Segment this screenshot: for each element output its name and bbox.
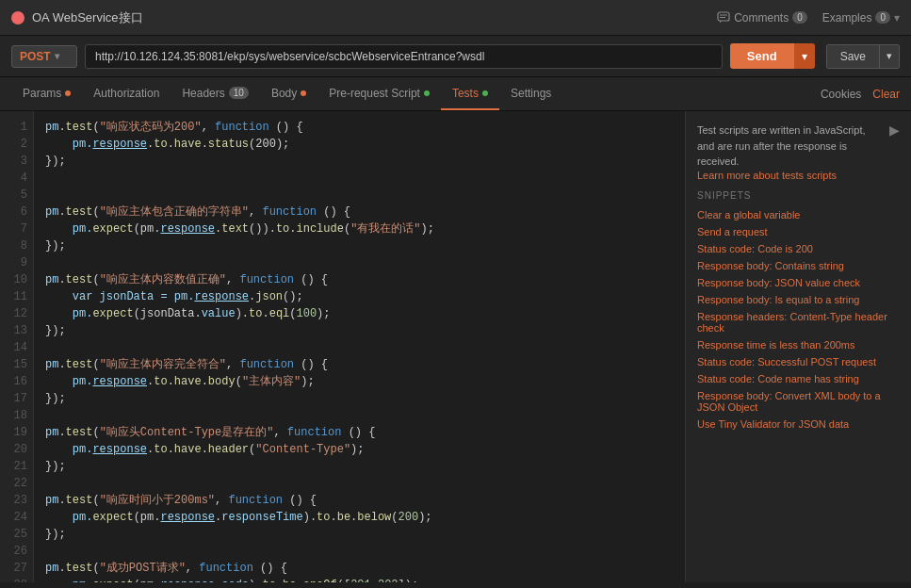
- code-token: response: [160, 220, 215, 237]
- tab-headers[interactable]: Headers 10: [171, 77, 259, 110]
- save-button[interactable]: Save: [826, 44, 879, 69]
- code-token: have: [174, 136, 202, 153]
- code-line: pm.test("响应主体包含正确的字符串", function () {: [45, 204, 674, 220]
- tab-params[interactable]: Params: [11, 77, 82, 110]
- code-token: .: [168, 136, 174, 153]
- url-input[interactable]: [85, 44, 723, 69]
- code-line: pm.test("成功POST请求", function () {: [45, 560, 674, 577]
- clear-link[interactable]: Clear: [872, 88, 900, 101]
- examples-arrow-icon: ▾: [894, 11, 900, 24]
- snippet-item[interactable]: Response body: Contains string: [697, 257, 900, 274]
- code-token: );: [301, 373, 314, 390]
- code-token: value: [202, 305, 236, 322]
- code-token: to: [276, 220, 289, 237]
- cookies-link[interactable]: Cookies: [821, 88, 861, 101]
- snippet-item[interactable]: Response headers: Content-Type header ch…: [697, 308, 900, 336]
- title-bar-right: Comments 0 Examples 0 ▾: [717, 11, 900, 24]
- tab-prerequest[interactable]: Pre-request Script: [317, 77, 441, 110]
- line-number: 8: [6, 237, 27, 254]
- code-token: to: [154, 373, 167, 390]
- code-token: "响应主体内容数值正确": [100, 271, 226, 288]
- snippet-item[interactable]: Status code: Successful POST request: [697, 353, 900, 370]
- code-token: (: [391, 509, 398, 526]
- code-token: function: [262, 204, 317, 220]
- code-token: status: [208, 136, 249, 153]
- code-editor[interactable]: 1234567891011121314151617181920212223242…: [0, 111, 685, 582]
- examples-button[interactable]: Examples 0 ▾: [822, 11, 900, 24]
- code-token: pm: [45, 492, 58, 509]
- snippet-item[interactable]: Response body: JSON value check: [697, 274, 900, 291]
- snippet-item[interactable]: Status code: Code name has string: [697, 370, 900, 387]
- line-number: 15: [6, 356, 27, 373]
- code-token: 200: [399, 509, 419, 526]
- code-token: oneOf: [303, 577, 337, 582]
- snippet-item[interactable]: Response time is less than 200ms: [697, 336, 900, 353]
- line-number: 5: [6, 187, 27, 204]
- snippet-item[interactable]: Response body: Convert XML body to a JSO…: [697, 387, 900, 416]
- snippet-item[interactable]: Response body: Is equal to a string: [697, 291, 900, 308]
- line-number: 27: [6, 560, 27, 577]
- line-number: 24: [6, 509, 27, 526]
- snippet-item[interactable]: Use Tiny Validator for JSON data: [697, 416, 900, 433]
- code-token: () {: [253, 560, 287, 577]
- send-dropdown-button[interactable]: ▾: [794, 43, 815, 69]
- tab-tests[interactable]: Tests: [441, 77, 499, 110]
- code-token: ,: [273, 424, 286, 441]
- code-token: expect: [92, 577, 133, 582]
- code-token: .: [147, 373, 154, 390]
- line-number: 12: [6, 305, 27, 322]
- code-token: (pm.: [134, 220, 161, 237]
- code-token: pm.: [45, 577, 92, 582]
- code-token: code: [221, 577, 249, 582]
- line-number: 23: [6, 492, 27, 509]
- tab-body-dot: [301, 90, 306, 96]
- collapse-panel-icon[interactable]: ▶: [889, 122, 900, 138]
- snippet-item[interactable]: Clear a global variable: [697, 206, 900, 223]
- code-token: 100: [297, 305, 317, 322]
- comments-count: 0: [792, 11, 807, 24]
- line-number: 11: [6, 288, 27, 305]
- comments-label: Comments: [734, 11, 789, 24]
- learn-more-link[interactable]: Learn more about tests scripts: [697, 170, 837, 181]
- code-line: pm.expect(pm.response.text()).to.include…: [45, 220, 674, 237]
- code-token: pm.: [45, 373, 92, 390]
- code-token: below: [357, 509, 391, 526]
- code-token: ]);: [399, 577, 419, 582]
- code-token: pm.: [45, 136, 92, 153]
- send-button[interactable]: Send: [730, 43, 794, 69]
- right-panel-desc-container: Test scripts are written in JavaScript, …: [697, 122, 886, 181]
- code-token: to: [262, 577, 275, 582]
- code-token: ,: [371, 577, 378, 582]
- comments-button[interactable]: Comments 0: [717, 11, 807, 24]
- code-token: .: [276, 577, 283, 582]
- code-token: to: [154, 441, 167, 458]
- tab-authorization[interactable]: Authorization: [82, 77, 171, 110]
- code-line: });: [45, 390, 674, 407]
- snippet-item[interactable]: Status code: Code is 200: [697, 240, 900, 257]
- code-token: ,: [249, 204, 262, 220]
- code-token: });: [45, 390, 66, 407]
- tab-settings[interactable]: Settings: [499, 77, 562, 110]
- url-bar: POST ▾ Send ▾ Save ▾: [0, 36, 911, 77]
- code-token: () {: [294, 271, 328, 288]
- code-token: (: [92, 119, 99, 136]
- method-select[interactable]: POST ▾: [11, 45, 77, 68]
- line-number: 28: [6, 577, 27, 582]
- snippet-item[interactable]: Send a request: [697, 223, 900, 240]
- code-token: (: [92, 424, 99, 441]
- save-dropdown-button[interactable]: ▾: [879, 44, 900, 69]
- code-token: test: [66, 356, 93, 373]
- code-token: var jsonData = pm.: [45, 288, 194, 305]
- code-token: });: [45, 526, 66, 543]
- code-line: [45, 543, 674, 560]
- code-token: test: [66, 204, 93, 220]
- code-token: ).: [249, 577, 262, 582]
- tab-authorization-label: Authorization: [93, 87, 159, 100]
- line-numbers: 1234567891011121314151617181920212223242…: [0, 111, 34, 582]
- code-line: });: [45, 153, 674, 170]
- save-button-group: Save ▾: [826, 44, 900, 69]
- code-line: pm.test("响应主体内容数值正确", function () {: [45, 271, 674, 288]
- tab-body[interactable]: Body: [260, 77, 317, 110]
- title-bar-left: OA WebService接口: [11, 9, 143, 26]
- code-token: () {: [341, 424, 375, 441]
